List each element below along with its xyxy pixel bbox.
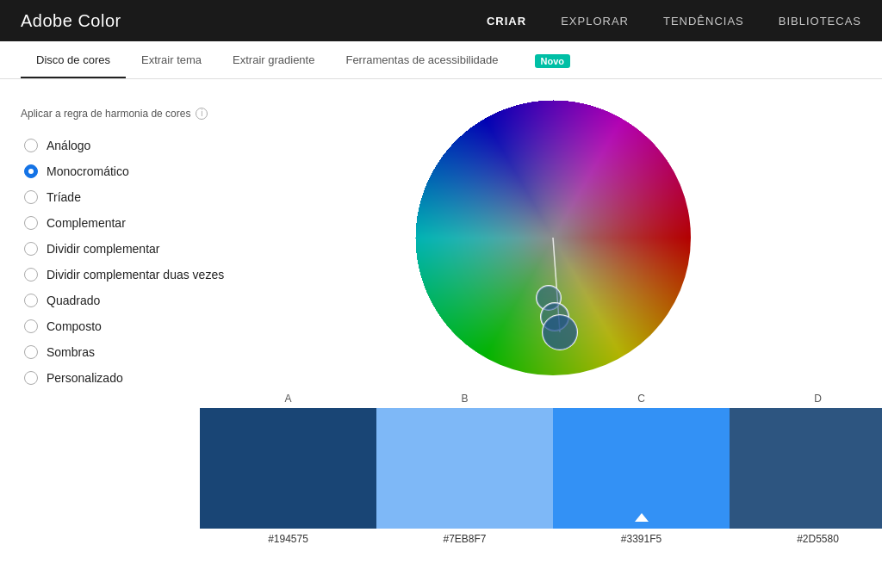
swatch-b[interactable] [376, 408, 553, 529]
nav-link-bibliotecas[interactable]: BIBLIOTECAS [779, 15, 861, 28]
nav-item-bibliotecas[interactable]: BIBLIOTECAS [779, 13, 861, 28]
radio-circle-monocromatico [24, 164, 38, 178]
swatch-label-a: A [200, 393, 376, 408]
radio-composto[interactable]: Composto [21, 314, 245, 338]
radio-monocromatico[interactable]: Monocromático [21, 159, 245, 183]
app-logo: Adobe Color [21, 11, 121, 31]
radio-label-monocromatico: Monocromático [47, 164, 129, 178]
radio-triade[interactable]: Tríade [21, 185, 245, 209]
radio-quadrado[interactable]: Quadrado [21, 288, 245, 313]
main-nav: CRIAR EXPLORAR TENDÊNCIAS BIBLIOTECAS [487, 13, 861, 28]
radio-label-composto: Composto [47, 319, 102, 333]
app-header: Adobe Color CRIAR EXPLORAR TENDÊNCIAS BI… [0, 0, 882, 41]
harmony-label: Aplicar a regra de harmonia de cores i [21, 107, 245, 121]
radio-dividir-complementar-duas[interactable]: Dividir complementar duas vezes [21, 263, 245, 287]
radio-circle-analogo [24, 139, 38, 152]
swatch-c-triangle [635, 513, 649, 522]
radio-analogo[interactable]: Análogo [21, 133, 245, 158]
swatch-hex-a: #194575 [200, 529, 376, 545]
radio-label-personalizado: Personalizado [47, 371, 123, 385]
harmony-label-text: Aplicar a regra de harmonia de cores [21, 107, 190, 121]
tab-disco-de-cores[interactable]: Disco de cores [21, 41, 126, 78]
radio-label-complementar: Complementar [47, 216, 126, 230]
radio-personalizado[interactable]: Personalizado [21, 366, 245, 390]
tabs-bar: Disco de cores Extrair tema Extrair grad… [0, 41, 882, 79]
swatch-label-d: D [730, 393, 882, 408]
tab-extrair-gradiente[interactable]: Extrair gradiente [217, 41, 330, 78]
nav-item-criar[interactable]: CRIAR [487, 13, 526, 28]
swatch-c[interactable] [553, 408, 730, 529]
harmony-options-list: Análogo Monocromático Tríade Complementa… [21, 133, 245, 390]
color-wheel-canvas[interactable] [415, 100, 691, 375]
radio-circle-personalizado [24, 371, 38, 385]
radio-label-sombras: Sombras [47, 345, 95, 359]
radio-circle-complementar [24, 216, 38, 230]
nav-item-tendencias[interactable]: TENDÊNCIAS [663, 13, 744, 28]
radio-label-quadrado: Quadrado [47, 294, 100, 307]
radio-circle-quadrado [24, 294, 38, 307]
nav-item-explorar[interactable]: EXPLORAR [561, 13, 629, 28]
novo-badge: Novo [535, 54, 571, 68]
radio-circle-triade [24, 190, 38, 204]
swatch-d[interactable] [730, 408, 882, 529]
tab-extrair-tema[interactable]: Extrair tema [126, 41, 217, 78]
radio-circle-sombras [24, 345, 38, 359]
swatch-label-c: C [553, 393, 730, 408]
radio-label-analogo: Análogo [47, 139, 90, 152]
tab-novo[interactable]: Novo [514, 41, 587, 78]
swatch-hex-d: #2D5580 [730, 529, 882, 545]
swatch-label-b: B [376, 393, 553, 408]
radio-circle-dividir-complementar-duas [24, 268, 38, 282]
swatch-hex-b: #7EB8F7 [376, 529, 553, 545]
radio-label-triade: Tríade [47, 190, 81, 204]
radio-circle-composto [24, 319, 38, 333]
radio-circle-dividir-complementar [24, 242, 38, 256]
main-content: Aplicar a regra de harmonia de cores i A… [0, 79, 882, 573]
radio-complementar[interactable]: Complementar [21, 211, 245, 235]
radio-sombras[interactable]: Sombras [21, 340, 245, 364]
nav-link-explorar[interactable]: EXPLORAR [561, 15, 629, 28]
swatch-a[interactable] [200, 408, 376, 529]
nav-link-tendencias[interactable]: TENDÊNCIAS [663, 15, 744, 28]
swatch-hex-c: #3391F5 [553, 529, 730, 545]
radio-label-dividir-complementar-duas: Dividir complementar duas vezes [47, 268, 224, 282]
radio-dividir-complementar[interactable]: Dividir complementar [21, 237, 245, 261]
color-wheel-area: A B C D #194575 #7EB8F7 #3391F5 [245, 100, 861, 573]
info-icon[interactable]: i [196, 108, 208, 120]
radio-label-dividir-complementar: Dividir complementar [47, 242, 159, 256]
tab-ferramentas-acessibilidade[interactable]: Ferramentas de acessibilidade [330, 41, 513, 78]
nav-link-criar[interactable]: CRIAR [487, 15, 526, 28]
